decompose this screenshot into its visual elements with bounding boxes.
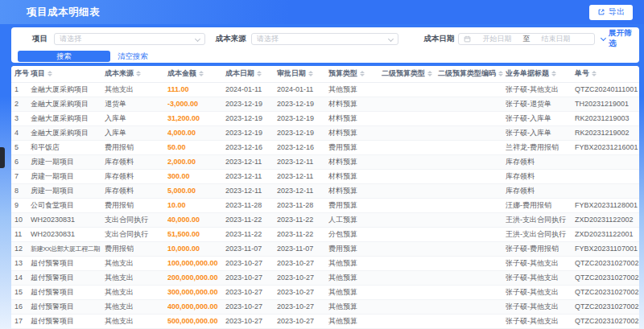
cost-date-range-picker[interactable]: 至	[458, 33, 595, 45]
col-header-doc-title[interactable]: 业务单据标题	[506, 66, 575, 82]
cell-budget-type-l2	[382, 125, 438, 140]
cost-source-select-input[interactable]	[257, 35, 387, 43]
cell-approval-date: 2023-10-27	[277, 256, 328, 270]
cell-cost-date: 2023-12-11	[225, 183, 277, 198]
search-button[interactable]: 搜索	[18, 51, 110, 62]
cell-approval-date: 2023-10-27	[277, 270, 328, 285]
sort-icon[interactable]	[551, 71, 556, 76]
cell-budget-type: 材料预算	[328, 111, 382, 125]
cell-cost-date: 2023-11-22	[225, 212, 277, 227]
cell-cost-amount: 51,500.00	[167, 227, 225, 241]
clear-search-link[interactable]: 清空搜索	[118, 51, 148, 62]
top-bar: 项目成本明细表 导出	[0, 0, 644, 24]
side-widget-handle[interactable]	[0, 147, 5, 168]
sort-icon[interactable]	[498, 71, 503, 76]
cell-index: 8	[11, 183, 31, 198]
cell-budget-type: 其他预算	[328, 314, 382, 328]
project-select[interactable]	[54, 33, 205, 45]
sort-icon[interactable]	[199, 71, 204, 76]
cell-project: 和平饭店	[31, 140, 105, 154]
cell-budget-type-l2	[382, 140, 438, 154]
cell-doc-no: RK20231219003	[575, 111, 639, 125]
col-header-cost-date[interactable]: 成本日期	[225, 66, 277, 82]
export-button[interactable]: 导出	[589, 5, 633, 20]
table-row: 17超付预警项目其他支出500,000,000.002023-10-272023…	[11, 314, 639, 328]
cell-budget-type-l2	[382, 314, 438, 328]
cell-cost-amount: 5,000.00	[167, 183, 225, 198]
col-header-label: 成本来源	[105, 69, 134, 77]
col-header-cost-source[interactable]: 成本来源	[105, 66, 167, 82]
col-header-project[interactable]: 项目	[31, 66, 105, 82]
cell-approval-date: 2023-12-11	[277, 154, 328, 169]
cell-project: 公司食堂项目	[31, 198, 105, 212]
table-row: 11WH20230831支出合同执行51,500.002023-11-22202…	[11, 227, 639, 241]
cell-budget-type-l2	[382, 299, 438, 314]
sort-icon[interactable]	[257, 71, 262, 76]
cell-cost-date: 2023-12-11	[225, 169, 277, 183]
cell-budget-type: 其他预算	[328, 285, 382, 299]
col-header-label: 预算类型	[328, 69, 357, 77]
cell-approval-date: 2023-12-19	[277, 125, 328, 140]
col-header-doc-no[interactable]: 单号	[575, 66, 639, 82]
col-header-budget-type[interactable]: 预算类型	[328, 66, 382, 82]
cost-source-select[interactable]	[251, 33, 399, 45]
cell-index: 10	[11, 212, 31, 227]
cell-cost-amount: 111.00	[167, 82, 225, 97]
cell-doc-title: 张子硕-其他支出	[506, 82, 575, 97]
sort-icon[interactable]	[427, 71, 432, 76]
start-date-input[interactable]	[473, 35, 520, 43]
calendar-icon	[464, 35, 471, 43]
col-header-label: 项目	[31, 69, 45, 77]
cell-cost-date: 2023-11-28	[225, 198, 277, 212]
sort-icon[interactable]	[136, 71, 141, 76]
cell-doc-no: QTZC20231027002	[575, 270, 639, 285]
cell-cost-source: 库存领料	[105, 154, 167, 169]
cell-budget-type-l2-code	[438, 111, 506, 125]
cell-project: 超付预警项目	[31, 314, 105, 328]
expand-filter-link[interactable]: 展开筛选	[601, 28, 639, 49]
cell-project: 房建一期项目	[31, 169, 105, 183]
cell-budget-type: 材料预算	[328, 97, 382, 111]
cell-budget-type: 费用预算	[328, 140, 382, 154]
cell-budget-type: 分包预算	[328, 227, 382, 241]
cell-index: 17	[11, 314, 31, 328]
cell-doc-no: FYBX20231107001	[575, 241, 639, 256]
cell-budget-type: 材料预算	[328, 169, 382, 183]
cell-cost-source: 入库单	[105, 125, 167, 140]
col-header-approval-date[interactable]: 审批日期	[277, 66, 328, 82]
cell-cost-source: 其他支出	[105, 299, 167, 314]
cell-budget-type-l2	[382, 241, 438, 256]
sort-icon[interactable]	[47, 71, 52, 76]
cell-budget-type-l2-code	[438, 97, 506, 111]
cell-cost-amount: 2,000.00	[167, 154, 225, 169]
cell-doc-title: 兰祥龙-费用报销	[506, 140, 575, 154]
cell-doc-title: 张子硕-其他支出	[506, 285, 575, 299]
cell-cost-amount: 300,000,000.00	[167, 285, 225, 299]
cell-doc-title: 汪娜-费用报销	[506, 198, 575, 212]
col-header-cost-amount[interactable]: 成本金额	[167, 66, 225, 82]
cell-approval-date: 2023-12-11	[277, 183, 328, 198]
cell-cost-date: 2023-10-27	[225, 314, 277, 328]
cell-budget-type: 费用预算	[328, 241, 382, 256]
table-row: 4金融大厦采购项目入库单4,000.002023-12-192023-12-19…	[11, 125, 639, 140]
cell-budget-type: 其他预算	[328, 256, 382, 270]
cell-cost-source: 支出合同执行	[105, 212, 167, 227]
sort-icon[interactable]	[360, 71, 365, 76]
cell-budget-type-l2-code	[438, 212, 506, 227]
cell-project: 超付预警项目	[31, 299, 105, 314]
cell-cost-amount: 4,000.00	[167, 125, 225, 140]
col-header-budget-type-l2-code[interactable]: 二级预算类型编码	[438, 66, 506, 82]
project-select-input[interactable]	[60, 35, 193, 43]
table-row: 12新建XX总部大厦工程二期费用报销10,000.002023-11-07202…	[11, 241, 639, 256]
end-date-input[interactable]	[532, 35, 579, 43]
col-header-budget-type-l2[interactable]: 二级预算类型	[382, 66, 438, 82]
cell-budget-type-l2-code	[438, 140, 506, 154]
cell-budget-type-l2-code	[438, 183, 506, 198]
table-row: 16超付预警项目其他支出400,000,000.002023-10-272023…	[11, 299, 639, 314]
cell-budget-type-l2-code	[438, 125, 506, 140]
sort-icon[interactable]	[592, 71, 597, 76]
cell-doc-title: 张子硕-其他支出	[506, 314, 575, 328]
cell-doc-title: 库存领料	[506, 154, 575, 169]
sort-icon[interactable]	[308, 71, 313, 76]
cell-doc-title: 张子硕-退货单	[506, 97, 575, 111]
